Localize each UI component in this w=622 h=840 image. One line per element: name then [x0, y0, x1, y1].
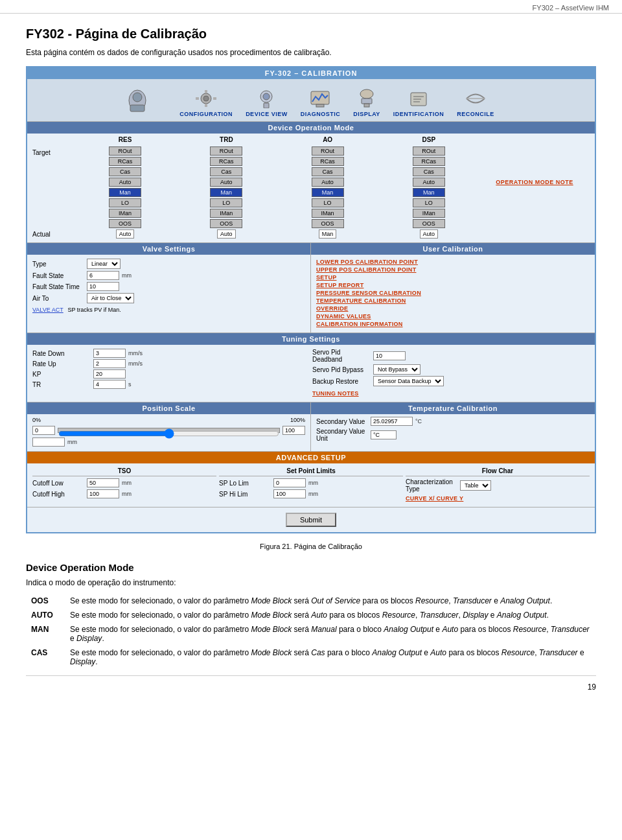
dom-ao-auto[interactable]: Auto: [312, 178, 344, 187]
dom-trd-rcas[interactable]: RCas: [210, 157, 242, 166]
dom-res-man[interactable]: Man: [109, 188, 141, 197]
tuning-notes-link[interactable]: TUNING NOTES: [312, 390, 590, 397]
air-to-select[interactable]: Air to Close: [87, 293, 134, 303]
definitions-table: OOS Se este modo for selecionado, o valo…: [26, 594, 596, 669]
char-type-select[interactable]: Table: [460, 480, 491, 491]
cutoff-low-input[interactable]: [87, 478, 119, 487]
svg-rect-2: [130, 105, 144, 111]
dom-res-rcas[interactable]: RCas: [109, 157, 141, 166]
secondary-value-unit-row: Secondary Value Unit: [316, 428, 590, 442]
temperature-cal-link[interactable]: TEMPERATURE CALIBRATION: [316, 298, 590, 304]
backup-restore-select[interactable]: Sensor Data Backup: [373, 376, 444, 386]
rate-down-label: Rate Down: [32, 350, 91, 357]
rate-down-unit: mm/s: [128, 350, 143, 356]
dom-ao-rcas[interactable]: RCas: [312, 157, 344, 166]
dom-dsp-iman[interactable]: IMan: [413, 209, 445, 218]
setup-report-link[interactable]: SETUP REPORT: [316, 282, 590, 288]
rate-down-input[interactable]: [93, 349, 126, 358]
dom-dsp-man[interactable]: Man: [413, 188, 445, 197]
cutoff-low-row: Cutoff Low mm: [32, 478, 216, 487]
sp-hi-lim-input[interactable]: [273, 489, 306, 498]
dom-res-rout[interactable]: ROut: [109, 146, 141, 156]
dynamic-values-link[interactable]: DYNAMIC VALUES: [316, 313, 590, 320]
dom-trd-iman[interactable]: IMan: [210, 209, 242, 218]
fault-state-time-input[interactable]: [87, 282, 119, 291]
user-cal-header: User Calibration: [311, 243, 595, 255]
dom-dsp-cas[interactable]: Cas: [413, 167, 445, 176]
dom-res-iman[interactable]: IMan: [109, 209, 141, 218]
valve-settings-col: Valve Settings Type Linear Fault State m…: [27, 243, 311, 332]
sp-lo-lim-unit: mm: [308, 480, 318, 486]
advanced-grid: TSO Cutoff Low mm Cutoff High mm Set Poi…: [27, 463, 595, 507]
setup-link[interactable]: SETUP: [316, 274, 590, 281]
pos-mm-unit: mm: [67, 439, 77, 445]
override-link[interactable]: OVERRIDE: [316, 305, 590, 312]
dom-res-oos[interactable]: OOS: [109, 219, 141, 228]
dom-ao-lo[interactable]: LO: [312, 198, 344, 207]
submit-row: Submit: [27, 508, 595, 532]
servo-pid-deadband-input[interactable]: [373, 351, 406, 360]
nav-device-view[interactable]: DEVICE VIEW: [246, 88, 288, 117]
dom-trd-rout[interactable]: ROut: [210, 146, 242, 156]
dom-dsp-lo[interactable]: LO: [413, 198, 445, 207]
dom-res-lo[interactable]: LO: [109, 198, 141, 207]
dom-ao-oos[interactable]: OOS: [312, 219, 344, 228]
nav-diagnostic[interactable]: DIAGNOSTIC: [301, 88, 341, 117]
curve-link[interactable]: CURVE X/ CURVE Y: [406, 495, 590, 502]
actual-label: Actual: [32, 231, 75, 238]
dom-ao-cas[interactable]: Cas: [312, 167, 344, 176]
upper-pos-cal-link[interactable]: UPPER POS CALIBRATION POINT: [316, 266, 590, 273]
secondary-value-unit: °C: [415, 418, 422, 425]
dom-trd-oos[interactable]: OOS: [210, 219, 242, 228]
dom-dsp-oos[interactable]: OOS: [413, 219, 445, 228]
cal-information-link[interactable]: CALIBRATION INFORMATION: [316, 321, 590, 327]
dom-ao-man[interactable]: Man: [312, 188, 344, 197]
type-select[interactable]: Linear: [87, 259, 121, 269]
op-mode-note-link[interactable]: OPERATION MODE NOTE: [496, 179, 573, 185]
fault-state-input[interactable]: [87, 271, 119, 280]
svg-point-4: [203, 96, 209, 101]
sp-lo-lim-input[interactable]: [273, 478, 306, 487]
cutoff-low-label: Cutoff Low: [32, 480, 84, 487]
valve-act-link[interactable]: VALVE ACT: [32, 307, 63, 313]
nav-configuration[interactable]: CONFIGURATION: [179, 88, 233, 117]
dom-trd-auto[interactable]: Auto: [210, 178, 242, 187]
def-cas-term: CAS: [26, 646, 65, 669]
sp-lo-lim-row: SP Lo Lim mm: [219, 478, 403, 487]
nav-reconcile[interactable]: RECONCILE: [457, 88, 494, 117]
dom-dsp-rcas[interactable]: RCas: [413, 157, 445, 166]
tr-label: TR: [32, 381, 91, 388]
pressure-sensor-cal-link[interactable]: PRESSURE SENSOR CALIBRATION: [316, 290, 590, 296]
pos-scale-min-input[interactable]: [32, 426, 55, 435]
dom-dsp-rout[interactable]: ROut: [413, 146, 445, 156]
kp-input[interactable]: [93, 369, 126, 379]
nav-identification[interactable]: IDENTIFICATION: [393, 88, 444, 117]
servo-pid-bypass-select[interactable]: Not Bypass: [373, 364, 420, 375]
dom-ao-iman[interactable]: IMan: [312, 209, 344, 218]
sp-hi-lim-row: SP Hi Lim mm: [219, 489, 403, 498]
submit-button[interactable]: Submit: [286, 513, 336, 527]
fault-state-row: Fault State mm: [32, 271, 305, 280]
dom-dsp-auto[interactable]: Auto: [413, 178, 445, 187]
dom-res-auto[interactable]: Auto: [109, 178, 141, 187]
actual-res-value: Auto: [116, 229, 135, 239]
dom-ao-rout[interactable]: ROut: [312, 146, 344, 156]
svg-rect-8: [213, 97, 216, 100]
pos-scale-slider[interactable]: [58, 428, 279, 439]
dom-trd-cas[interactable]: Cas: [210, 167, 242, 176]
page-title: FY302 - Página de Calibração: [26, 27, 596, 41]
dom-res-cas[interactable]: Cas: [109, 167, 141, 176]
pos-scale-max-input[interactable]: [282, 426, 305, 435]
lower-pos-cal-link[interactable]: LOWER POS CALIBRATION POINT: [316, 259, 590, 265]
dom-trd-man[interactable]: Man: [210, 188, 242, 197]
nav-display[interactable]: DISPLAY: [353, 88, 380, 117]
rate-up-input[interactable]: [93, 359, 126, 368]
dom-trd-lo[interactable]: LO: [210, 198, 242, 207]
tr-input[interactable]: [93, 380, 126, 389]
secondary-value-input[interactable]: [371, 417, 413, 426]
secondary-value-unit-input[interactable]: [371, 430, 397, 439]
pos-mm-input[interactable]: [32, 438, 65, 447]
sp-limits-col: Set Point Limits SP Lo Lim mm SP Hi Lim …: [219, 467, 403, 503]
cutoff-high-input[interactable]: [87, 489, 119, 498]
slider-bar[interactable]: [58, 428, 280, 433]
